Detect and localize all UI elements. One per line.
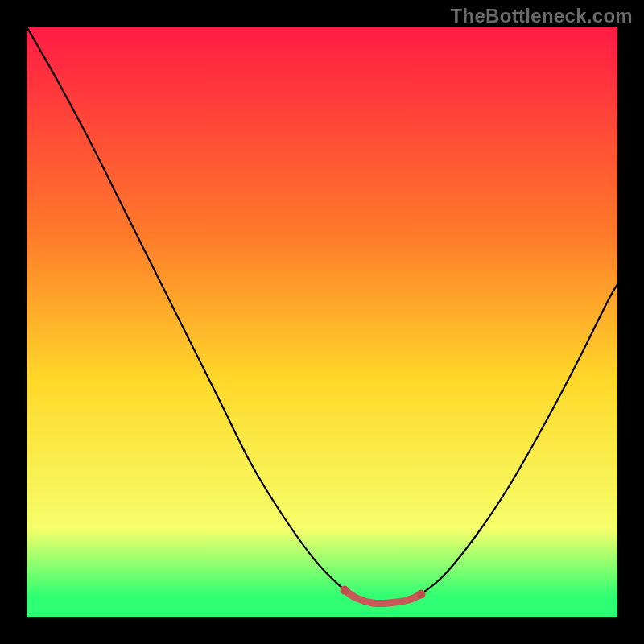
plot-area (27, 27, 617, 617)
plot-svg (27, 27, 617, 617)
chart-frame: TheBottleneck.com (0, 0, 644, 644)
optimal-region-endpoint-left (341, 586, 349, 595)
watermark-text: TheBottleneck.com (451, 5, 633, 27)
optimal-region-endpoint-right (417, 590, 426, 599)
gradient-background (27, 27, 617, 617)
